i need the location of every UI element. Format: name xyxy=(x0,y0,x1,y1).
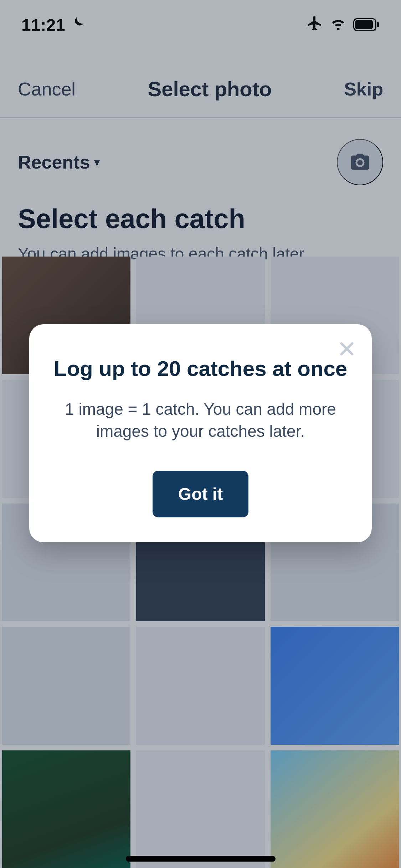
modal-title: Log up to 20 catches at once xyxy=(51,356,350,381)
close-button[interactable] xyxy=(335,338,358,361)
got-it-button[interactable]: Got it xyxy=(153,471,248,517)
modal-body: 1 image = 1 catch. You can add more imag… xyxy=(51,398,350,442)
close-icon xyxy=(338,340,356,359)
info-modal: Log up to 20 catches at once 1 image = 1… xyxy=(29,324,372,542)
home-indicator[interactable] xyxy=(126,856,276,862)
